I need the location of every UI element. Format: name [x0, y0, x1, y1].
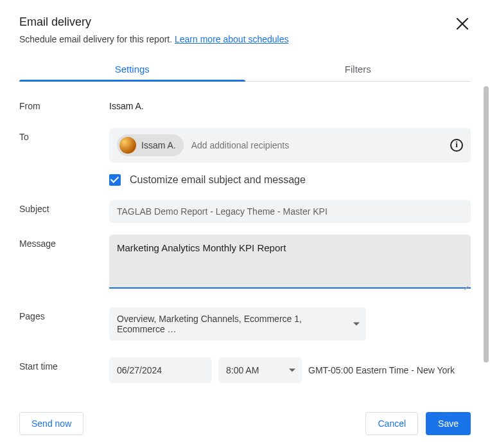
date-input-wrap[interactable] [109, 357, 212, 383]
tabs: Settings Filters [19, 57, 471, 82]
date-input[interactable] [117, 365, 229, 375]
from-value: Issam A. [109, 97, 471, 111]
customize-label: Customize email subject and message [130, 174, 306, 186]
cancel-button[interactable]: Cancel [365, 412, 418, 435]
send-now-button[interactable]: Send now [19, 412, 83, 435]
start-time-label: Start time [19, 357, 109, 372]
chevron-down-icon [353, 323, 360, 326]
tab-filters[interactable]: Filters [245, 57, 471, 81]
dialog-subtitle: Schedule email delivery for this report.… [19, 34, 288, 44]
subject-label: Subject [19, 200, 109, 214]
learn-more-link[interactable]: Learn more about schedules [175, 34, 288, 44]
scrollbar-thumb[interactable] [484, 86, 489, 363]
time-value: 8:00 AM [226, 365, 259, 375]
dialog-footer: Send now Cancel Save [0, 399, 490, 448]
recipient-chip-name: Issam A. [141, 140, 176, 150]
subject-input[interactable] [109, 200, 471, 223]
scrollbar[interactable] [484, 86, 489, 388]
time-select[interactable]: 8:00 AM [218, 357, 302, 383]
from-label: From [19, 97, 109, 111]
recipient-box[interactable]: Issam A. [109, 128, 471, 163]
recipient-chip[interactable]: Issam A. [117, 134, 184, 156]
close-icon [457, 18, 468, 30]
tab-settings[interactable]: Settings [19, 57, 245, 81]
avatar [119, 137, 136, 154]
close-button[interactable] [454, 15, 471, 35]
subtitle-text: Schedule email delivery for this report. [19, 34, 175, 44]
message-textarea[interactable] [109, 235, 471, 289]
dialog-title: Email delivery [19, 15, 288, 29]
info-icon[interactable] [450, 139, 463, 152]
save-button[interactable]: Save [426, 412, 471, 435]
add-recipients-input[interactable] [191, 140, 442, 150]
pages-value: Overview, Marketing Channels, Ecommerce … [117, 314, 343, 334]
pages-label: Pages [19, 307, 109, 321]
chevron-down-icon [289, 369, 295, 372]
customize-checkbox[interactable] [109, 174, 121, 186]
to-label: To [19, 128, 109, 142]
pages-select[interactable]: Overview, Marketing Channels, Ecommerce … [109, 307, 366, 341]
message-label: Message [19, 235, 109, 249]
timezone-text: GMT-05:00 Eastern Time - New York [308, 365, 455, 375]
